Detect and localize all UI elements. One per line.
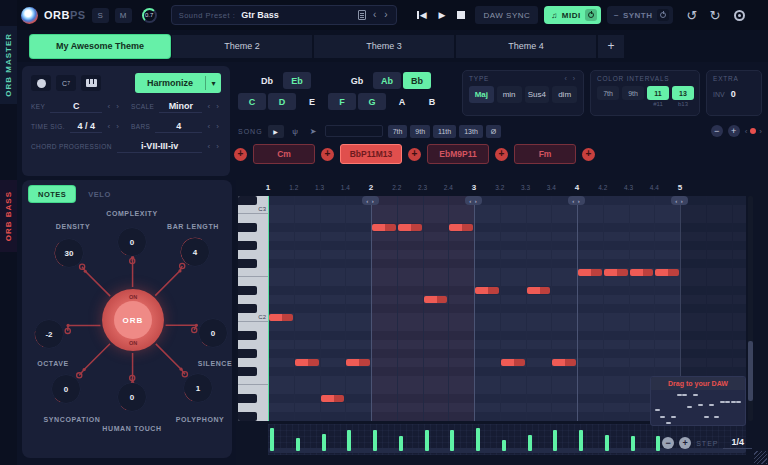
midi-note-eb2[interactable] (475, 287, 499, 294)
type-sus4[interactable]: Sus4 (525, 86, 550, 103)
song-ext-7th[interactable]: 7th (388, 125, 408, 138)
pitch-b[interactable]: B (418, 93, 446, 110)
bars-value[interactable]: 4 (155, 121, 202, 133)
interval-9th[interactable]: 9th (622, 86, 644, 107)
tab-velo[interactable]: VELO (79, 186, 119, 202)
step-value[interactable]: 1/4 (723, 437, 752, 449)
tab-theme-4[interactable]: Theme 4 (456, 35, 596, 58)
sound-preset-field[interactable]: Sound Preset : Gtr Bass ‹ › (171, 5, 397, 25)
midi-note-g1[interactable] (501, 359, 525, 366)
chord-display-icon[interactable]: C7 (56, 75, 76, 91)
midi-note-bb2[interactable] (398, 224, 422, 231)
save-preset-icon[interactable] (358, 10, 366, 20)
chord-progression-field[interactable]: CHORD PROGRESSION i-VII-III-iv ‹ › (31, 141, 221, 153)
song-ext-9th[interactable]: 9th (410, 125, 430, 138)
inversion-value[interactable]: 0 (731, 89, 736, 99)
midi-note-g1[interactable] (552, 359, 576, 366)
velocity-bar[interactable] (656, 436, 660, 451)
solo-button[interactable]: S (92, 8, 109, 23)
page-prev-icon[interactable]: ‹ (745, 127, 748, 136)
timesig-value[interactable]: 4 / 4 (70, 121, 103, 133)
velocity-bar[interactable] (347, 430, 351, 451)
velocity-bar[interactable] (528, 435, 532, 451)
midi-note-c2[interactable] (269, 314, 293, 321)
pitch-d[interactable]: D (268, 93, 296, 110)
chord-block-ebm9p11[interactable]: EbM9P11 (427, 144, 489, 164)
bar-resize-handle[interactable]: ‹ › (465, 196, 482, 205)
interval-7th[interactable]: 7th (597, 86, 619, 107)
song-play-button[interactable]: ▶ (268, 125, 284, 138)
harmonize-button[interactable]: Harmonize ▾ (135, 73, 221, 93)
settings-icon[interactable] (734, 10, 745, 21)
black-key[interactable] (238, 394, 257, 403)
midi-note-g1[interactable] (346, 359, 370, 366)
chord-block-fm[interactable]: Fm (514, 144, 576, 164)
tab-theme-3[interactable]: Theme 3 (314, 35, 454, 58)
knob-human-touch[interactable]: 0 (118, 383, 146, 411)
knob-density[interactable]: 30 (55, 239, 83, 267)
pitch-bb[interactable]: Bb (403, 72, 431, 89)
pitch-f[interactable]: F (328, 93, 356, 110)
knob-polyphony[interactable]: 1 (184, 374, 212, 402)
humanize-icon[interactable]: ψ (289, 125, 302, 138)
midi-note-eb2[interactable] (527, 287, 551, 294)
add-chord-button[interactable]: + (408, 148, 421, 161)
piano-keyboard[interactable]: C3C2 (238, 196, 268, 421)
tab-notes[interactable]: NOTES (29, 186, 75, 202)
type-min[interactable]: min (497, 86, 522, 103)
velocity-bar[interactable] (399, 436, 403, 451)
step-minus-button[interactable]: − (662, 437, 674, 449)
black-key[interactable] (238, 241, 257, 250)
midi-note-bb2[interactable] (372, 224, 396, 231)
midi-note-bb2[interactable] (449, 224, 473, 231)
velocity-bar[interactable] (450, 430, 454, 451)
scrollbar-thumb[interactable] (748, 341, 753, 401)
bars-field[interactable]: BARS 4 ‹ › (131, 121, 221, 133)
interval-13-button[interactable]: 13 (672, 86, 694, 100)
black-key[interactable] (238, 223, 257, 232)
play-button[interactable]: ▶ (439, 10, 446, 20)
interval-11-button[interactable]: 11 (647, 86, 669, 100)
rewind-button[interactable]: ◀ (417, 10, 427, 20)
midi-note-f2[interactable] (655, 269, 679, 276)
black-key[interactable] (238, 412, 257, 421)
chord-progression-value[interactable]: i-VII-III-iv (117, 141, 203, 153)
midi-power-icon[interactable] (585, 9, 597, 21)
playhead[interactable] (268, 196, 269, 421)
pitch-a[interactable]: A (388, 93, 416, 110)
add-theme-button[interactable]: + (598, 35, 624, 58)
bar-resize-handle[interactable]: ‹ › (362, 196, 379, 205)
type-stepper[interactable]: ‹ › (564, 75, 577, 82)
pitch-ab[interactable]: Ab (373, 72, 401, 89)
black-key[interactable] (238, 259, 257, 268)
drag-to-daw-box[interactable]: Drag to your DAW (650, 376, 746, 426)
interval-9th-button[interactable]: 9th (622, 86, 644, 100)
knob-silence[interactable]: 0 (199, 319, 227, 347)
pitch-db[interactable]: Db (253, 72, 281, 89)
interval-11[interactable]: 11#11 (647, 86, 669, 107)
midi-note-f2[interactable] (630, 269, 654, 276)
master-volume-knob[interactable]: 0.7 (142, 8, 157, 23)
step-plus-button[interactable]: + (679, 437, 691, 449)
synth-power-icon[interactable] (657, 9, 669, 21)
add-chord-button[interactable]: + (321, 148, 334, 161)
key-field[interactable]: KEY C ‹ › (31, 101, 121, 113)
piano-mode-icon[interactable] (81, 75, 101, 91)
knob-syncopation[interactable]: 0 (52, 375, 80, 403)
black-key[interactable] (238, 286, 257, 295)
chord-block-cm[interactable]: Cm (253, 144, 315, 164)
scale-value[interactable]: Minor (159, 101, 202, 113)
chord-progression-stepper[interactable]: ‹ › (207, 142, 221, 151)
midi-note-eb1[interactable] (321, 395, 345, 402)
stop-button[interactable] (457, 11, 465, 19)
velocity-bar[interactable] (502, 440, 506, 451)
chord-add-button[interactable]: + (728, 125, 740, 137)
black-key[interactable] (238, 331, 257, 340)
redo-icon[interactable]: ↻ (709, 9, 720, 22)
key-stepper[interactable]: ‹ › (107, 102, 121, 111)
scale-stepper[interactable]: ‹ › (207, 102, 221, 111)
orb-main-button[interactable]: ON ORB ON (102, 289, 164, 351)
pitch-c[interactable]: C (238, 93, 266, 110)
bars-stepper[interactable]: ‹ › (207, 122, 221, 131)
pitch-g[interactable]: G (358, 93, 386, 110)
